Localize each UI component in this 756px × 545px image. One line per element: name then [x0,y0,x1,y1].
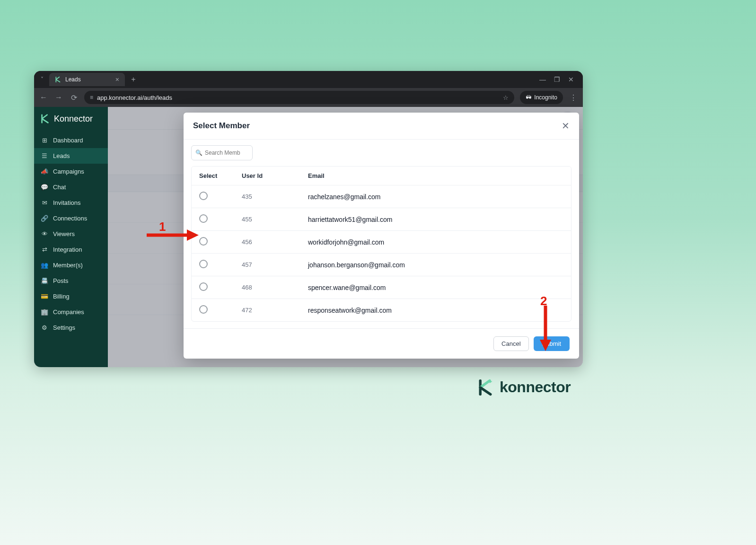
user-id-cell: 472 [242,307,308,314]
sidebar-item-label: Leads [53,152,70,159]
sidebar-item-label: Viewers [53,230,75,237]
incognito-badge[interactable]: 🕶 Incognito [520,91,563,104]
bookmark-star-icon[interactable]: ☆ [503,94,509,101]
table-row: 456workidforjohn@gmail.com [192,231,571,254]
back-icon[interactable]: ← [39,93,48,102]
reload-icon[interactable]: ⟳ [69,93,79,102]
sidebar-item-invitations[interactable]: ✉Invitations [34,195,108,211]
nav-icon: 🔗 [41,215,48,222]
svg-marker-3 [540,340,551,351]
table-header-row: Select User Id Email [192,167,571,185]
sidebar-item-label: Chat [53,184,66,191]
nav-icon: ✉ [41,199,48,206]
sidebar-item-label: Dashboard [53,137,83,144]
sidebar-item-connections[interactable]: 🔗Connections [34,211,108,226]
user-id-cell: 468 [242,284,308,291]
member-table: Select User Id Email 435rachelzanes@gmai… [191,166,571,322]
sidebar-item-dashboard[interactable]: ⊞Dashboard [34,132,108,148]
search-icon: 🔍 [195,149,202,156]
sidebar-item-campaigns[interactable]: 📣Campaigns [34,164,108,179]
sidebar-item-integration[interactable]: ⇄Integration [34,242,108,257]
col-email: Email [308,172,563,179]
tab-dropdown-icon[interactable]: ˅ [38,76,46,83]
table-row: 435rachelzanes@gmail.com [192,185,571,208]
app-content: Konnector ⊞Dashboard☰Leads📣Campaigns💬Cha… [34,107,583,367]
browser-tab[interactable]: Leads × [49,73,125,86]
nav-icon: ⇄ [41,246,48,253]
table-row: 457johanson.berganson@gmail.com [192,254,571,276]
email-cell: rachelzanes@gmail.com [308,193,563,201]
nav-icon: 💬 [41,184,48,191]
new-tab-button[interactable]: + [128,74,139,85]
brand: Konnector [34,107,108,132]
nav-icon: ⊞ [41,137,48,144]
sidebar-item-label: Member(s) [53,262,83,269]
sidebar-item-label: Settings [53,324,75,331]
sidebar-item-label: Campaigns [53,168,84,175]
incognito-label: Incognito [534,94,557,101]
modal-close-icon[interactable]: ✕ [562,120,570,132]
select-radio[interactable] [199,282,208,291]
footer-brand-text: konnector [500,378,571,396]
minimize-icon[interactable]: — [539,76,546,83]
sidebar-item-billing[interactable]: 💳Billing [34,289,108,304]
email-cell: johanson.berganson@gmail.com [308,261,563,269]
sidebar-item-label: Connections [53,215,87,222]
tab-title: Leads [65,76,81,83]
sidebar-item-label: Invitations [53,199,81,206]
email-cell: responseatwork@gmail.com [308,307,563,314]
select-radio[interactable] [199,192,208,200]
maximize-icon[interactable]: ❐ [554,76,560,83]
table-row: 472responseatwork@gmail.com [192,299,571,321]
sidebar-item-settings[interactable]: ⚙Settings [34,320,108,335]
user-id-cell: 456 [242,238,308,246]
address-bar: ← → ⟳ ≡ app.konnector.ai/auth/leads ☆ 🕶 … [34,88,583,107]
site-info-icon[interactable]: ≡ [90,94,93,101]
footer-brand: konnector [477,378,571,396]
select-member-modal: Select Member ✕ 🔍 Select User Id Email [184,113,579,359]
nav-icon: ⚙ [41,324,48,331]
sidebar-item-label: Companies [53,308,84,316]
cancel-button[interactable]: Cancel [493,336,528,351]
select-radio[interactable] [199,305,208,314]
annotation-2-arrow-icon [538,306,553,351]
tab-close-icon[interactable]: × [115,76,119,83]
url-text: app.konnector.ai/auth/leads [97,94,172,101]
sidebar-item-label: Posts [53,277,69,284]
forward-icon[interactable]: → [54,93,63,102]
sidebar: Konnector ⊞Dashboard☰Leads📣Campaigns💬Cha… [34,107,108,367]
select-radio[interactable] [199,237,208,246]
close-window-icon[interactable]: ✕ [568,76,574,83]
nav-icon: 📇 [41,277,48,284]
nav-icon: 💳 [41,293,48,300]
tab-favicon-icon [55,76,62,83]
sidebar-item-chat[interactable]: 💬Chat [34,179,108,195]
select-radio[interactable] [199,214,208,223]
footer-logo-icon [477,379,494,396]
main-area: ⓘ 🔔 👤⁺ + Add Lead List 🔍 Actions [108,107,583,367]
sidebar-item-member-s-[interactable]: 👥Member(s) [34,257,108,273]
nav-icon: ☰ [41,152,48,159]
modal-title: Select Member [193,121,250,131]
sidebar-item-posts[interactable]: 📇Posts [34,273,108,289]
window-controls: — ❐ ✕ [539,76,579,83]
browser-menu-icon[interactable]: ⋮ [569,93,578,102]
col-select: Select [199,172,242,179]
sidebar-item-leads[interactable]: ☰Leads [34,148,108,164]
sidebar-item-companies[interactable]: 🏢Companies [34,304,108,320]
sidebar-item-viewers[interactable]: 👁Viewers [34,226,108,242]
sidebar-item-label: Billing [53,293,70,300]
user-id-cell: 435 [242,193,308,200]
email-cell: harriettatwork51@gmail.com [308,216,563,223]
sidebar-item-label: Integration [53,246,82,253]
nav-icon: 🏢 [41,308,48,316]
tab-bar: ˅ Leads × + — ❐ ✕ [34,71,583,88]
browser-window: ˅ Leads × + — ❐ ✕ ← → ⟳ ≡ app.konnector.… [34,71,583,367]
incognito-icon: 🕶 [526,94,531,101]
url-field[interactable]: ≡ app.konnector.ai/auth/leads ☆ [84,91,514,104]
user-id-cell: 455 [242,216,308,223]
nav-icon: 👁 [41,230,48,237]
annotation-1-arrow-icon [147,228,199,242]
select-radio[interactable] [199,260,208,268]
user-id-cell: 457 [242,261,308,268]
